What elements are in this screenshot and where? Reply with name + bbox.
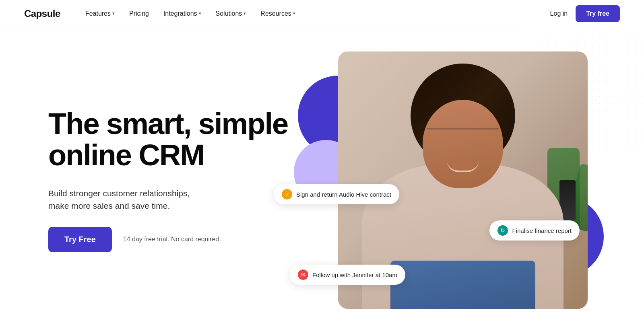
hero-cta-row: Try Free 14 day free trial. No card requ…	[48, 227, 290, 252]
hero-section: The smart, simple online CRM Build stron…	[0, 27, 644, 331]
nav-actions: Log in Try free	[550, 5, 620, 22]
email-icon: ✉	[298, 269, 308, 280]
nav-item-resources[interactable]: Resources ▾	[255, 7, 301, 21]
nav-try-free-button[interactable]: Try free	[576, 5, 620, 22]
login-link[interactable]: Log in	[550, 10, 568, 17]
notification-pill-1: ✓ Sign and return Audio Hive contract	[274, 184, 399, 204]
hero-right: ✓ Sign and return Audio Hive contract ↻ …	[306, 51, 588, 309]
navbar: Capsule Features ▾ Pricing Integrations …	[0, 0, 644, 27]
notification-pill-2: ↻ Finalise finance report	[489, 220, 580, 241]
hero-headline: The smart, simple online CRM	[48, 108, 290, 171]
chevron-down-icon: ▾	[112, 11, 115, 16]
chevron-down-icon: ▾	[293, 11, 295, 16]
hero-left: The smart, simple online CRM Build stron…	[48, 108, 290, 252]
hero-subtext: Build stronger customer relationships, m…	[48, 187, 233, 212]
chevron-down-icon: ▾	[244, 11, 246, 16]
notification-pill-3: ✉ Follow up with Jennifer at 10am	[290, 265, 405, 285]
hero-trial-text: 14 day free trial. No card required.	[123, 236, 221, 243]
nav-item-pricing[interactable]: Pricing	[124, 7, 155, 21]
refresh-icon: ↻	[497, 225, 508, 236]
nav-item-solutions[interactable]: Solutions ▾	[210, 7, 252, 21]
logo[interactable]: Capsule	[24, 8, 60, 19]
chevron-down-icon: ▾	[199, 11, 201, 16]
nav-links: Features ▾ Pricing Integrations ▾ Soluti…	[80, 7, 550, 21]
hero-try-free-button[interactable]: Try Free	[48, 227, 112, 252]
nav-item-integrations[interactable]: Integrations ▾	[158, 7, 207, 21]
nav-item-features[interactable]: Features ▾	[80, 7, 120, 21]
checkmark-icon: ✓	[282, 189, 292, 199]
